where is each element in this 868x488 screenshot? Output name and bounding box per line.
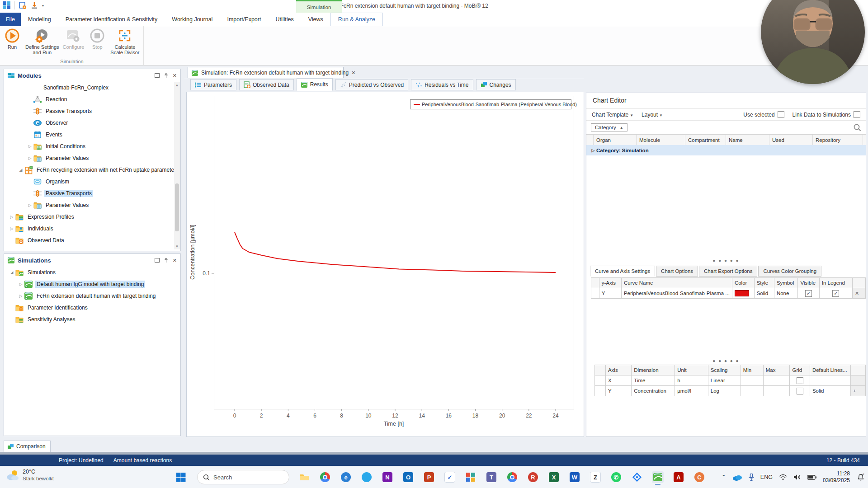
taskbar-icon-clipchamp[interactable]: C (693, 471, 705, 483)
taskbar-icon-skype[interactable] (361, 471, 373, 483)
battery-icon[interactable] (807, 475, 816, 480)
axis-row-y[interactable]: YConcentrationµmol/lLogSolid+ (595, 386, 866, 396)
tree-item-fcrn-recycling-extension-with-net-fcrn-uptake-parameter[interactable]: ◢FcRn recycling extension with net FcRn … (4, 164, 180, 176)
expander-collapsed-icon[interactable]: ▷ (18, 294, 24, 298)
maximize-icon[interactable] (155, 258, 160, 263)
axes-col-dimension[interactable]: Dimension (632, 365, 675, 375)
grid-column-repository[interactable]: Repository (813, 135, 863, 145)
axes-col-axis[interactable]: Axis (605, 365, 631, 375)
close-icon[interactable]: ✕ (173, 258, 177, 263)
tree-item-organism[interactable]: Organism (4, 176, 180, 188)
curve-style-cell[interactable]: Solid (754, 288, 774, 299)
chart-editor-tab-chart-export-options[interactable]: Chart Export Options (699, 266, 757, 277)
remove-curve-button[interactable]: ✕ (853, 288, 866, 299)
volume-icon[interactable] (793, 474, 801, 480)
chart-template-dropdown[interactable]: Chart Template▼ (592, 112, 633, 118)
axes-col-unit[interactable]: Unit (675, 365, 708, 375)
category-group-row[interactable]: ▷ Category: Simulation (586, 145, 866, 155)
chart-editor-tab-curve-and-axis-settings[interactable]: Curve and Axis Settings (590, 266, 655, 277)
view-tab-residuals-vs-time[interactable]: Residuals vs Time (411, 79, 473, 90)
grid-row-selector[interactable] (586, 135, 594, 145)
grid-checkbox[interactable] (797, 388, 803, 394)
taskbar-weather-widget[interactable]: 20°C Stark bewölkt (5, 469, 54, 482)
tray-clock[interactable]: 11:28 03/09/2025 (823, 470, 850, 484)
curves-col-y-axis[interactable]: y-Axis (599, 278, 621, 288)
tree-item-individuals[interactable]: ▷Individuals (4, 223, 180, 235)
tree-item-observed-data[interactable]: Observed Data (4, 235, 180, 246)
tree-item-default-human-igg-model-with-target-binding[interactable]: ▷Default human IgG model with target bin… (4, 278, 180, 290)
tree-item-parameter-values[interactable]: ▷Parameter Values (4, 199, 180, 211)
curves-col-visible[interactable]: Visible (798, 278, 819, 288)
onedrive-icon[interactable] (732, 474, 742, 481)
add-axis-button[interactable]: + (850, 386, 865, 396)
tray-chevron-up-icon[interactable]: ⌃ (722, 474, 726, 480)
qat-customize-icon[interactable]: ▾ (42, 4, 44, 8)
search-box[interactable]: Search (197, 470, 289, 484)
axes-col-scaling[interactable]: Scaling (708, 365, 741, 375)
close-tab-icon[interactable]: ✕ (351, 70, 355, 76)
curves-col-curve-name[interactable]: Curve Name (621, 278, 732, 288)
tree-item-fcrn-extension-default-human-with-target-binding[interactable]: ▷FcRn extension default human with targe… (4, 290, 180, 302)
axes-col-max[interactable]: Max (763, 365, 790, 375)
taskbar-icon-word[interactable]: W (569, 471, 580, 483)
start-button[interactable] (176, 473, 186, 482)
scroll-down-icon[interactable]: ▼ (174, 244, 180, 249)
expander-collapsed-icon[interactable]: ▷ (9, 226, 15, 231)
expander-collapsed-icon[interactable]: ▷ (18, 282, 24, 286)
expander-collapsed-icon[interactable]: ▷ (27, 203, 33, 207)
curve-row[interactable]: YPeripheralVenousBlood-Sanofimab-Plasma … (591, 288, 866, 299)
expander-collapsed-icon[interactable]: ▷ (9, 215, 15, 219)
category-group-button[interactable]: Category▲ (591, 123, 627, 131)
taskbar-icon-zoom-app[interactable]: Z (590, 471, 601, 483)
wifi-icon[interactable] (779, 474, 787, 480)
curve-symbol-cell[interactable]: None (774, 288, 798, 299)
tree-item-expression-profiles[interactable]: ▷Expression Profiles (4, 211, 180, 223)
link-data-checkbox[interactable] (854, 111, 860, 118)
view-tab-predicted-vs-observed[interactable]: Predicted vs Observed (335, 79, 408, 90)
tray-language[interactable]: ENG (760, 474, 773, 480)
taskbar-icon-file-explorer[interactable] (298, 471, 310, 483)
grid-column-molecule[interactable]: Molecule (637, 135, 685, 145)
notification-bell-icon[interactable]: zz (856, 473, 864, 481)
taskbar-icon-office-hub[interactable] (465, 471, 476, 483)
grid-column-organ[interactable]: Organ (594, 135, 637, 145)
ribbon-button-define-settings-and-run[interactable]: Define Settings and Run (25, 28, 59, 55)
taskbar-icon-r-app[interactable]: R (527, 471, 539, 483)
axes-col-default-lines[interactable]: Default Lines... (810, 365, 850, 375)
tree-item-initial-conditions[interactable]: ▷Initial Conditions (4, 141, 180, 152)
scaling-cell[interactable]: Linear (708, 375, 741, 386)
grid-column-compartment[interactable]: Compartment (685, 135, 726, 145)
grid-column-used[interactable]: Used (769, 135, 813, 145)
ribbon-tab-views[interactable]: Views (301, 13, 330, 26)
microphone-icon[interactable] (749, 474, 754, 481)
tree-item-parameter-values[interactable]: ▷Parameter Values (4, 152, 180, 164)
results-chart[interactable]: 024681012141618202224Time [h]0.1Concentr… (187, 92, 584, 436)
layout-dropdown[interactable]: Layout▼ (642, 112, 663, 118)
ribbon-button-run[interactable]: Run (3, 28, 22, 50)
curves-col-in-legend[interactable]: In Legend (819, 278, 852, 288)
import-icon[interactable] (30, 1, 38, 9)
tree-item-observer[interactable]: Observer (4, 117, 180, 129)
pin-icon[interactable] (164, 73, 168, 78)
expander-expanded-icon[interactable]: ◢ (18, 168, 24, 172)
taskbar-icon-mobi[interactable] (652, 471, 664, 483)
curves-col-color[interactable]: Color (732, 278, 754, 288)
visible-checkbox[interactable]: ✓ (805, 290, 812, 297)
curves-col-symbol[interactable]: Symbol (774, 278, 798, 288)
grid-column-name[interactable]: Name (726, 135, 769, 145)
document-tab[interactable]: Simulation: FcRn extension default human… (188, 67, 344, 78)
taskbar-icon-powerpoint[interactable]: P (423, 471, 435, 483)
expander-collapsed-icon[interactable]: ▷ (27, 156, 33, 160)
tree-item-passive-transports[interactable]: Passive Transports (4, 105, 180, 117)
comparison-tab[interactable]: Comparison (4, 441, 51, 452)
curves-col-style[interactable]: Style (754, 278, 774, 288)
tree-item-sensitivity-analyses[interactable]: Sensitivity Analyses (4, 314, 180, 325)
ribbon-tab-utilities[interactable]: Utilities (268, 13, 301, 26)
tree-item-events[interactable]: Events (4, 129, 180, 141)
scrollbar-thumb[interactable] (175, 183, 179, 231)
modules-scrollbar[interactable]: ▲ ▼ (174, 82, 180, 249)
view-tab-observed-data[interactable]: Observed Data (239, 79, 294, 90)
ribbon-tab-file[interactable]: File (0, 13, 21, 26)
taskbar-icon-teams[interactable]: T (486, 471, 497, 483)
splitter-handle[interactable]: ● ● ● ● ● (586, 359, 866, 363)
